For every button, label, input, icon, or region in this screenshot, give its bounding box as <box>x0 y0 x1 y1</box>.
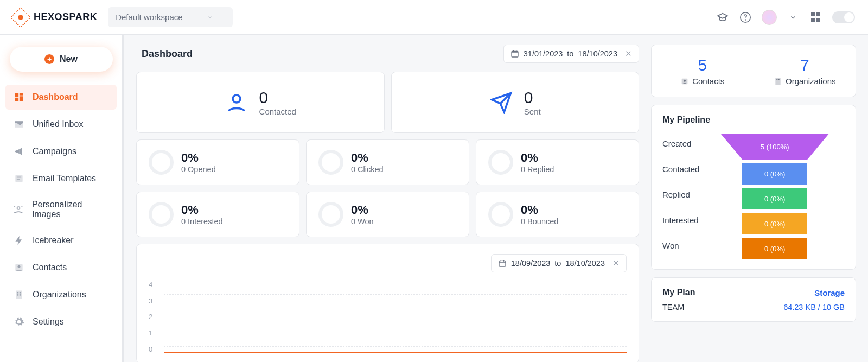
funnel-chart: 5 (100%)0 (0%)0 (0%)0 (0%)0 (0%) <box>705 134 845 259</box>
sidebar-item-label: Campaigns <box>33 147 76 156</box>
sidebar-item-inbox[interactable]: Unified Inbox <box>5 112 117 137</box>
progress-ring <box>488 150 513 175</box>
sidebar-item-label: Unified Inbox <box>33 119 83 129</box>
academy-icon[interactable] <box>716 11 729 24</box>
plan-card: My Plan Storage TEAM 64.23 KB / 10 GB <box>651 277 856 322</box>
svg-rect-15 <box>17 294 19 296</box>
sidebar-item-personalized-images[interactable]: Personalized Images <box>5 193 117 226</box>
y-tick: 2 <box>149 309 152 325</box>
summary-value: 5 <box>657 56 748 74</box>
sidebar-item-label: Settings <box>33 317 64 327</box>
svg-rect-7 <box>17 177 21 178</box>
avatar-chevron-icon[interactable] <box>787 11 800 24</box>
building-icon <box>13 289 25 301</box>
chevron-down-icon <box>207 14 213 21</box>
date-to: 18/10/2023 <box>578 49 617 58</box>
page-title: Dashboard <box>136 48 193 60</box>
contact-icon <box>13 262 25 274</box>
workspace-label: Default workspace <box>116 12 182 22</box>
megaphone-icon <box>13 145 25 157</box>
stat-sub: 0 Won <box>351 217 374 226</box>
funnel-bar: 0 (0%) <box>742 188 807 209</box>
sidebar-item-templates[interactable]: Email Templates <box>5 166 117 191</box>
summary-organizations[interactable]: 7 Organizations <box>754 45 856 97</box>
funnel-label: Interested <box>662 215 699 225</box>
stat-won: 0%0 Won <box>306 192 469 237</box>
svg-rect-4 <box>20 96 23 101</box>
topbar-right <box>716 10 855 25</box>
stat-pct: 0% <box>521 151 554 165</box>
chart-line <box>164 352 627 353</box>
gear-icon <box>13 316 25 328</box>
new-button[interactable]: + New <box>10 47 113 72</box>
summary-value: 7 <box>760 56 851 74</box>
y-tick: 1 <box>149 325 152 341</box>
chart-date-range[interactable]: 18/09/2023 to 18/10/2023 ✕ <box>491 254 627 272</box>
stat-pct: 0% <box>181 203 223 217</box>
progress-ring <box>318 150 343 175</box>
svg-point-1 <box>745 20 746 20</box>
sidebar-item-label: Icebreaker <box>33 236 74 245</box>
summary-contacts[interactable]: 5 Contacts <box>652 45 754 97</box>
plus-icon: + <box>44 54 54 64</box>
svg-rect-22 <box>775 78 780 85</box>
sidebar-item-dashboard[interactable]: Dashboard <box>5 85 117 110</box>
sidebar-item-contacts[interactable]: Contacts <box>5 255 117 280</box>
stat-value: 0 <box>259 88 296 107</box>
date-range-picker[interactable]: 31/01/2023 to 18/10/2023 ✕ <box>503 45 639 63</box>
svg-rect-24 <box>778 79 780 80</box>
stat-sub: 0 Bounced <box>521 217 558 226</box>
svg-point-18 <box>233 95 240 103</box>
svg-rect-16 <box>20 294 21 296</box>
apps-grid-icon[interactable] <box>809 11 822 24</box>
summary-label: Contacts <box>692 77 724 86</box>
svg-point-21 <box>684 79 686 81</box>
progress-ring <box>149 202 174 227</box>
dashboard-icon <box>13 91 25 103</box>
funnel-bar: 0 (0%) <box>742 213 807 234</box>
svg-point-11 <box>18 265 21 268</box>
funnel-bar: 0 (0%) <box>742 238 807 259</box>
date-sep: to <box>567 49 573 58</box>
funnel-label: Created <box>662 139 699 148</box>
sidebar-item-label: Email Templates <box>33 174 96 183</box>
date-from: 18/09/2023 <box>511 259 551 268</box>
stat-sub: 0 Clicked <box>351 165 384 174</box>
clear-date-icon[interactable]: ✕ <box>625 49 632 58</box>
funnel-bar: 5 (100%) <box>720 134 829 160</box>
sidebar-item-icebreaker[interactable]: Icebreaker <box>5 228 117 253</box>
sidebar-item-settings[interactable]: Settings <box>5 309 117 334</box>
right-column: 5 Contacts 7 Organizations M <box>651 35 868 362</box>
progress-ring <box>318 202 343 227</box>
help-icon[interactable] <box>739 11 752 24</box>
image-person-icon <box>13 204 24 215</box>
stat-pct: 0% <box>351 203 374 217</box>
avatar[interactable] <box>762 10 777 25</box>
stat-pct: 0% <box>521 203 558 217</box>
chart-grid <box>164 277 627 357</box>
svg-rect-13 <box>17 292 19 294</box>
clear-date-icon[interactable]: ✕ <box>612 259 620 268</box>
storage-link[interactable]: Storage <box>814 288 845 297</box>
stat-sent: 0 Sent <box>391 72 640 133</box>
stat-bounced: 0%0 Bounced <box>476 192 639 237</box>
stat-contacted: 0 Contacted <box>136 72 385 133</box>
sidebar-item-label: Organizations <box>33 290 86 300</box>
logo[interactable]: HEXOSPARK <box>13 10 97 25</box>
workspace-select[interactable]: Default workspace <box>108 7 233 27</box>
inbox-icon <box>13 118 25 130</box>
stat-sub: 0 Interested <box>181 217 223 226</box>
sidebar-item-organizations[interactable]: Organizations <box>5 282 117 307</box>
sidebar-item-campaigns[interactable]: Campaigns <box>5 139 117 164</box>
activity-chart: 18/09/2023 to 18/10/2023 ✕ 4 3 2 1 0 <box>136 244 639 362</box>
svg-point-9 <box>17 207 20 209</box>
sidebar: + New Dashboard Unified Inbox Campaigns <box>0 35 123 362</box>
theme-toggle[interactable] <box>832 11 855 23</box>
funnel-label: Won <box>662 241 699 250</box>
plan-usage: 64.23 KB / 10 GB <box>783 303 845 312</box>
progress-ring <box>149 150 174 175</box>
funnel-bar: 0 (0%) <box>742 163 807 185</box>
pipeline-card: My Pipeline Created Contacted Replied In… <box>651 105 856 270</box>
brand-name: HEXOSPARK <box>34 11 97 23</box>
sidebar-item-label: Dashboard <box>33 92 78 102</box>
